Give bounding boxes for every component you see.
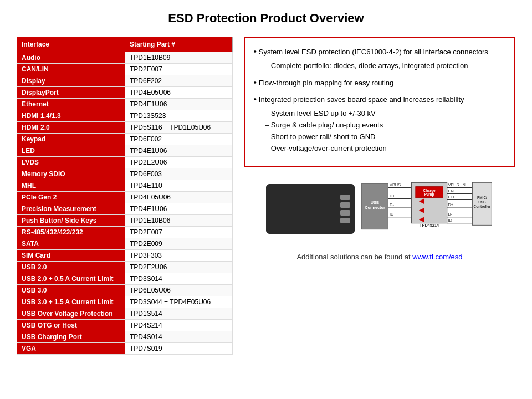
interface-cell: PCIe Gen 2 (17, 192, 125, 203)
interface-cell: USB Over Voltage Protection (17, 308, 125, 320)
col-interface: Interface (17, 37, 125, 52)
table-row: LEDTPD4E1U06 (17, 145, 233, 157)
interface-cell: SATA (17, 238, 125, 250)
interface-cell: Memory SDIO (17, 168, 125, 180)
table-row: Push Button/ Side KeysTPD1E10B06 (17, 215, 233, 227)
partnum-cell: TPD2E2U06 (125, 157, 233, 168)
page-title: ESD Protection Product Overview (17, 11, 515, 25)
device-image (266, 184, 355, 234)
left-panel: Interface Starting Part # AudioTPD1E10B0… (17, 37, 233, 355)
partnum-cell: TPD6E05U06 (125, 285, 233, 296)
sub-bullet-item: Complete portfolio: diodes, diode arrays… (265, 60, 505, 72)
interface-cell: VGA (17, 343, 125, 355)
interface-cell: HDMI 1.4/1.3 (17, 110, 125, 122)
svg-text:D-: D- (448, 212, 453, 217)
bullet-item: System level ESD protection (IEC61000-4-… (254, 45, 505, 72)
footer-note: Additional solutions can be found at www… (244, 253, 515, 261)
bullet-box: System level ESD protection (IEC61000-4-… (244, 37, 515, 167)
sub-bullet-item: Over-voltage/over-current protection (265, 143, 505, 155)
svg-text:D+: D+ (390, 193, 395, 198)
svg-text:D-: D- (390, 203, 394, 208)
partnum-cell: TPD6F002 (125, 134, 233, 145)
interface-cell: Push Button/ Side Keys (17, 215, 125, 227)
table-row: USB 3.0 + 1.5 A Current LimitTPD3S044 + … (17, 296, 233, 308)
bullet-item: Flow-through pin mapping for easy routin… (254, 76, 505, 89)
table-row: USB 2.0 + 0.5 A Current LimitTPD3S014 (17, 273, 233, 285)
svg-text:FLT: FLT (448, 195, 456, 200)
partnum-cell: TPD4S014 (125, 331, 233, 343)
partnum-cell: TPD4E1U06 (125, 99, 233, 110)
partnum-cell: TPD3F303 (125, 250, 233, 262)
bullet-list: System level ESD protection (IEC61000-4-… (254, 45, 505, 154)
footer-text: Additional solutions can be found at (296, 253, 412, 261)
diagram-area: USB Connector VBUS D+ D- ID Charge (244, 175, 515, 243)
svg-text:VBUS: VBUS (390, 182, 401, 187)
partnum-cell: TPD5S116 + TPD1E05U06 (125, 122, 233, 134)
partnum-cell: TPD4E110 (125, 180, 233, 192)
svg-text:USB: USB (478, 200, 486, 204)
partnum-cell: TPD1E10B09 (125, 52, 233, 64)
table-row: EthernetTPD4E1U06 (17, 99, 233, 110)
table-row: VGATPD7S019 (17, 343, 233, 355)
partnum-cell: TPD4S214 (125, 320, 233, 331)
interface-cell: Ethernet (17, 99, 125, 110)
sub-bullet-list: Complete portfolio: diodes, diode arrays… (254, 60, 505, 72)
interface-cell: USB OTG or Host (17, 320, 125, 331)
table-row: PCIe Gen 2TPD4E05U06 (17, 192, 233, 203)
interface-cell: Precision Measurement (17, 203, 125, 215)
interface-cell: LED (17, 145, 125, 157)
table-row: Memory SDIOTPD6F003 (17, 168, 233, 180)
partnum-cell: TPD2E007 (125, 227, 233, 238)
partnum-cell: TPD3S014 (125, 273, 233, 285)
table-row: Precision MeasurementTPD4E1U06 (17, 203, 233, 215)
partnum-cell: TPD1S514 (125, 308, 233, 320)
bullet-item: Integrated protection saves board space … (254, 93, 505, 154)
table-row: USB OTG or HostTPD4S214 (17, 320, 233, 331)
table-row: USB 2.0TPD2E2U06 (17, 262, 233, 273)
interface-cell: CAN/LIN (17, 64, 125, 75)
table-row: USB Over Voltage ProtectionTPD1S514 (17, 308, 233, 320)
right-panel: System level ESD protection (IEC61000-4-… (244, 37, 515, 261)
partnum-cell: TPD13S523 (125, 110, 233, 122)
partnum-cell: TPD2E009 (125, 238, 233, 250)
table-row: DisplayPortTPD4E05U06 (17, 87, 233, 99)
interface-cell: MHL (17, 180, 125, 192)
interface-cell: DisplayPort (17, 87, 125, 99)
table-row: MHLTPD4E110 (17, 180, 233, 192)
interface-cell: USB Charging Port (17, 331, 125, 343)
footer-link[interactable]: www.ti.com/esd (412, 253, 462, 261)
svg-text:D+: D+ (448, 203, 454, 208)
interface-cell: USB 3.0 + 1.5 A Current Limit (17, 296, 125, 308)
table-row: USB Charging PortTPD4S014 (17, 331, 233, 343)
table-row: SATATPD2E009 (17, 238, 233, 250)
table-row: HDMI 1.4/1.3TPD13S523 (17, 110, 233, 122)
svg-text:ID: ID (448, 218, 452, 223)
svg-text:VBUS_IN: VBUS_IN (448, 182, 466, 187)
table-row: USB 3.0TPD6E05U06 (17, 285, 233, 296)
main-layout: Interface Starting Part # AudioTPD1E10B0… (17, 37, 515, 355)
svg-text:EN: EN (448, 188, 454, 193)
svg-text:ID: ID (390, 212, 393, 217)
table-row: RS-485/432/422/232TPD2E007 (17, 227, 233, 238)
svg-text:Controller: Controller (474, 205, 491, 209)
interface-cell: Audio (17, 52, 125, 64)
svg-text:Connector: Connector (365, 205, 385, 210)
interface-cell: SIM Card (17, 250, 125, 262)
interface-cell: RS-485/432/422/232 (17, 227, 125, 238)
partnum-cell: TPD6F003 (125, 168, 233, 180)
port-3 (340, 210, 350, 216)
table-row: CAN/LINTPD2E007 (17, 64, 233, 75)
sub-bullet-item: Surge & cable plug/ un-plug events (265, 120, 505, 131)
svg-text:TPD45214: TPD45214 (420, 223, 439, 228)
table-row: LVDSTPD2E2U06 (17, 157, 233, 168)
circuit-diagram: USB Connector VBUS D+ D- ID Charge (360, 178, 493, 239)
port-4 (340, 218, 350, 223)
partnum-cell: TPD3S044 + TPD4E05U06 (125, 296, 233, 308)
table-row: KeypadTPD6F002 (17, 134, 233, 145)
table-row: SIM CardTPD3F303 (17, 250, 233, 262)
partnum-cell: TPD2E2U06 (125, 262, 233, 273)
port-1 (340, 195, 350, 200)
col-partnum: Starting Part # (125, 37, 233, 52)
interface-cell: Display (17, 75, 125, 87)
interface-cell: USB 3.0 (17, 285, 125, 296)
